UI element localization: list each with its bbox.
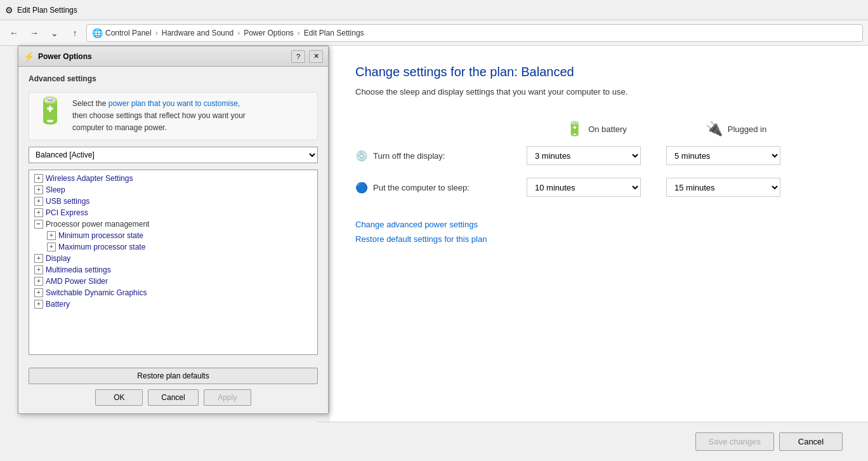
- address-cp: Control Panel: [105, 29, 152, 37]
- window-title: Edit Plan Settings: [17, 6, 77, 15]
- sleep-battery-select[interactable]: 10 minutes 15 minutes Never: [527, 178, 641, 197]
- battery-icon: 🔋: [566, 121, 583, 137]
- address-po: Power Options: [244, 29, 294, 37]
- tree-toggle-battery[interactable]: +: [34, 300, 43, 309]
- apply-button[interactable]: Apply: [204, 389, 251, 406]
- tree-min-proc[interactable]: + Minimum processor state: [29, 230, 317, 241]
- nav-bar: ← → ⌄ ↑ 🌐 Control Panel › Hardware and S…: [0, 20, 868, 46]
- bottom-bar: Save changes Cancel: [317, 422, 868, 461]
- display-battery-select[interactable]: 3 minutes 5 minutes 10 minutes Never: [527, 146, 641, 165]
- on-battery-header: 🔋 On battery: [527, 116, 666, 142]
- display-battery-cell: 3 minutes 5 minutes 10 minutes Never: [527, 142, 666, 169]
- tree-sleep[interactable]: + Sleep: [29, 184, 317, 196]
- sleep-plugged-cell: 15 minutes 10 minutes Never: [666, 174, 806, 201]
- tree-toggle-min-proc[interactable]: +: [47, 231, 56, 240]
- address-eps: Edit Plan Settings: [304, 29, 364, 37]
- plan-heading: Change settings for the plan: Balanced: [355, 65, 843, 79]
- display-icon: 💿: [355, 150, 368, 162]
- dialog-title-bar: ⚡ Power Options ? ✕: [18, 46, 328, 67]
- dialog-help-button[interactable]: ?: [291, 50, 305, 63]
- restore-plan-defaults-button[interactable]: Restore plan defaults: [29, 368, 318, 384]
- right-panel: Change settings for the plan: Balanced C…: [330, 46, 868, 461]
- links-section: Change advanced power settings Restore d…: [355, 220, 843, 244]
- tree-toggle-display[interactable]: +: [34, 254, 43, 263]
- forward-button[interactable]: →: [25, 24, 43, 42]
- tree-pci[interactable]: + PCI Express: [29, 207, 317, 218]
- dialog-close-button[interactable]: ✕: [309, 50, 323, 63]
- tree-processor[interactable]: − Processor power management: [29, 218, 317, 230]
- back-button[interactable]: ←: [5, 24, 23, 42]
- dialog-footer: Restore plan defaults OK Cancel Apply: [18, 363, 328, 413]
- save-changes-button[interactable]: Save changes: [695, 432, 774, 451]
- power-options-dialog: ⚡ Power Options ? ✕ Advanced settings 🔋 …: [18, 46, 329, 414]
- title-bar: ⚙ Edit Plan Settings: [0, 0, 868, 20]
- dialog-title: Power Options: [38, 52, 287, 61]
- app-icon: ⚙: [5, 5, 13, 15]
- tree-multimedia[interactable]: + Multimedia settings: [29, 264, 317, 276]
- dialog-section-label: Advanced settings: [29, 74, 318, 83]
- tree-usb[interactable]: + USB settings: [29, 196, 317, 207]
- tree-max-proc[interactable]: + Maximum processor state: [29, 241, 317, 253]
- display-label: 💿 Turn off the display:: [355, 145, 527, 167]
- sleep-label: 🔵 Put the computer to sleep:: [355, 177, 527, 199]
- tree-toggle-multimedia[interactable]: +: [34, 265, 43, 274]
- tree-toggle-amd[interactable]: +: [34, 277, 43, 286]
- battery-large-icon: 🔋: [34, 98, 66, 123]
- up-button[interactable]: ↑: [66, 24, 84, 42]
- tree-container[interactable]: + Wireless Adapter Settings + Sleep + US…: [29, 170, 318, 355]
- address-hs: Hardware and Sound: [162, 29, 233, 37]
- tree-display[interactable]: + Display: [29, 253, 317, 264]
- tree-wireless[interactable]: + Wireless Adapter Settings: [29, 173, 317, 184]
- tree-battery[interactable]: + Battery: [29, 298, 317, 310]
- display-plugged-select[interactable]: 5 minutes 3 minutes 10 minutes Never: [666, 146, 780, 165]
- right-cancel-button[interactable]: Cancel: [779, 432, 843, 451]
- address-icon: 🌐: [92, 28, 103, 38]
- sleep-battery-cell: 10 minutes 15 minutes Never: [527, 174, 666, 201]
- dialog-info-row: 🔋 Select the power plan that you want to…: [29, 92, 318, 140]
- restore-defaults-link[interactable]: Restore default settings for this plan: [355, 234, 843, 244]
- row-spacer: [355, 169, 806, 174]
- plug-icon: 🔌: [706, 121, 723, 137]
- tree-toggle-processor[interactable]: −: [34, 220, 43, 229]
- tree-switchable[interactable]: + Switchable Dynamic Graphics: [29, 287, 317, 298]
- plan-dropdown[interactable]: Balanced [Active] Power saver High perfo…: [29, 147, 318, 163]
- sleep-icon: 🔵: [355, 182, 368, 194]
- tree-toggle-max-proc[interactable]: +: [47, 243, 56, 251]
- tree-toggle-usb[interactable]: +: [34, 197, 43, 206]
- plugged-in-header: 🔌 Plugged in: [666, 116, 806, 142]
- advanced-settings-link[interactable]: Change advanced power settings: [355, 220, 843, 229]
- ok-button[interactable]: OK: [95, 389, 143, 406]
- tree-amd[interactable]: + AMD Power Slider: [29, 276, 317, 287]
- sleep-plugged-select[interactable]: 15 minutes 10 minutes Never: [666, 178, 780, 197]
- cancel-button[interactable]: Cancel: [148, 389, 198, 406]
- dropdown-button[interactable]: ⌄: [46, 24, 63, 42]
- plan-subtext: Choose the sleep and display settings th…: [355, 87, 843, 97]
- dialog-body: Advanced settings 🔋 Select the power pla…: [18, 67, 328, 363]
- dialog-icon: ⚡: [23, 51, 34, 62]
- dialog-action-buttons: OK Cancel Apply: [29, 389, 318, 406]
- tree-toggle-pci[interactable]: +: [34, 208, 43, 217]
- address-bar: 🌐 Control Panel › Hardware and Sound › P…: [86, 24, 863, 42]
- tree-toggle-switchable[interactable]: +: [34, 288, 43, 297]
- tree-toggle-sleep[interactable]: +: [34, 185, 43, 194]
- display-plugged-cell: 5 minutes 3 minutes 10 minutes Never: [666, 142, 806, 169]
- dialog-info-text: Select the power plan that you want to c…: [72, 98, 246, 135]
- tree-toggle-wireless[interactable]: +: [34, 174, 43, 183]
